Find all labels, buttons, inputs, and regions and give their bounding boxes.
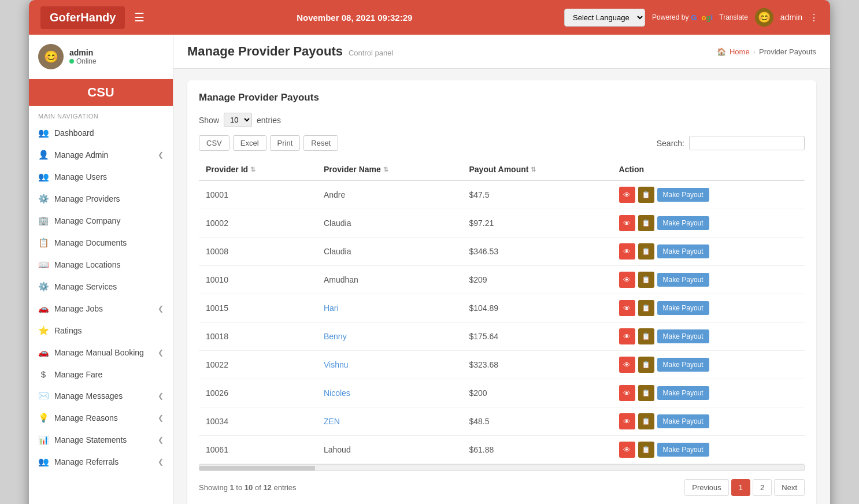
page-1-button[interactable]: 1 — [731, 479, 750, 496]
sort-icon-provider-name[interactable]: ⇅ — [383, 166, 388, 173]
details-button[interactable]: 📋 — [638, 243, 654, 260]
sort-icon-payout-amount[interactable]: ⇅ — [531, 166, 536, 173]
breadcrumb-home[interactable]: Home — [730, 47, 750, 56]
table-row: 10061Lahoud$61.88 👁 📋 Make Payout — [199, 436, 805, 464]
sidebar-item-manage-company[interactable]: 🏢 Manage Company — [29, 210, 173, 232]
cell-provider-id: 10022 — [199, 351, 317, 379]
search-input[interactable] — [689, 136, 805, 150]
language-select[interactable]: Select Language — [564, 9, 645, 27]
details-button[interactable]: 📋 — [638, 413, 654, 429]
cell-action: 👁 📋 Make Payout — [612, 266, 805, 294]
view-button[interactable]: 👁 — [619, 272, 635, 288]
make-payout-button[interactable]: Make Payout — [657, 358, 709, 372]
manage-users-icon: 👥 — [38, 172, 49, 182]
view-button[interactable]: 👁 — [619, 215, 635, 231]
manage-documents-icon: 📋 — [38, 238, 49, 248]
csu-label: CSU — [87, 85, 114, 99]
csv-button[interactable]: CSV — [199, 135, 229, 151]
manage-admin-icon: 👤 — [38, 150, 49, 160]
cell-payout-amount: $47.5 — [462, 180, 612, 209]
previous-button[interactable]: Previous — [684, 479, 729, 496]
make-payout-button[interactable]: Make Payout — [657, 443, 709, 457]
details-button[interactable]: 📋 — [638, 187, 654, 203]
sidebar-item-dashboard[interactable]: 👥 Dashboard — [29, 122, 173, 144]
sidebar-item-manage-manual-booking[interactable]: 🚗 Manage Manual Booking ❮ — [29, 342, 173, 364]
details-button[interactable]: 📋 — [638, 442, 654, 458]
sidebar-item-manage-users[interactable]: 👥 Manage Users — [29, 166, 173, 188]
table-row: 10002Claudia$97.21 👁 📋 Make Payout — [199, 209, 805, 238]
sidebar-item-manage-messages[interactable]: ✉️ Manage Messages ❮ — [29, 385, 173, 407]
next-button[interactable]: Next — [774, 479, 805, 496]
horizontal-scrollbar[interactable] — [199, 464, 805, 471]
sidebar-item-manage-providers[interactable]: ⚙️ Manage Providers — [29, 188, 173, 210]
view-button[interactable]: 👁 — [619, 385, 635, 401]
breadcrumb: 🏠 Home › Provider Payouts — [717, 47, 816, 56]
scrollbar-thumb[interactable] — [199, 466, 315, 470]
sidebar-item-ratings[interactable]: ⭐ Ratings — [29, 320, 173, 342]
sort-icon-provider-id[interactable]: ⇅ — [250, 166, 256, 173]
make-payout-button[interactable]: Make Payout — [657, 273, 709, 287]
sidebar-item-manage-jobs[interactable]: 🚗 Manage Jobs ❮ — [29, 298, 173, 320]
cell-provider-name: Claudia — [317, 209, 462, 238]
manage-company-icon: 🏢 — [38, 216, 49, 226]
details-button[interactable]: 📋 — [638, 300, 654, 316]
sidebar-item-manage-referrals[interactable]: 👥 Manage Referrals ❮ — [29, 451, 173, 473]
details-button[interactable]: 📋 — [638, 215, 654, 231]
make-payout-button[interactable]: Make Payout — [657, 301, 709, 315]
sidebar-item-manage-statements[interactable]: 📊 Manage Statements ❮ — [29, 429, 173, 451]
action-buttons: 👁 📋 Make Payout — [619, 385, 798, 401]
sidebar-item-manage-reasons[interactable]: 💡 Manage Reasons ❮ — [29, 407, 173, 429]
table-row: 10034ZEN$48.5 👁 📋 Make Payout — [199, 407, 805, 436]
make-payout-button[interactable]: Make Payout — [657, 414, 709, 428]
details-button[interactable]: 📋 — [638, 272, 654, 288]
sidebar-label-ratings: Ratings — [54, 326, 82, 335]
sidebar-label-manage-fare: Manage Fare — [54, 370, 102, 379]
make-payout-button[interactable]: Make Payout — [657, 244, 709, 258]
sidebar-label-manage-documents: Manage Documents — [54, 238, 127, 247]
details-button[interactable]: 📋 — [638, 328, 654, 344]
share-icon[interactable]: ⋮ — [809, 12, 819, 23]
action-buttons: 👁 📋 Make Payout — [619, 215, 798, 231]
sidebar-item-manage-fare[interactable]: $ Manage Fare — [29, 364, 173, 385]
chevron-reasons-icon: ❮ — [158, 414, 164, 422]
table-body: 10001Andre$47.5 👁 📋 Make Payout 10002Cla… — [199, 180, 805, 464]
entries-select[interactable]: 10 25 50 — [224, 113, 252, 127]
excel-button[interactable]: Excel — [233, 135, 266, 151]
reset-button[interactable]: Reset — [303, 135, 338, 151]
chevron-statements-icon: ❮ — [158, 436, 164, 444]
make-payout-button[interactable]: Make Payout — [657, 216, 709, 230]
view-button[interactable]: 👁 — [619, 328, 635, 344]
sidebar-label-manage-users: Manage Users — [54, 172, 107, 181]
manage-providers-icon: ⚙️ — [38, 194, 49, 204]
view-button[interactable]: 👁 — [619, 413, 635, 429]
table-row: 10018Benny$175.64 👁 📋 Make Payout — [199, 323, 805, 351]
hamburger-icon[interactable]: ☰ — [134, 10, 145, 24]
cell-action: 👁 📋 Make Payout — [612, 436, 805, 464]
cell-payout-amount: $209 — [462, 266, 612, 294]
make-payout-button[interactable]: Make Payout — [657, 386, 709, 400]
sidebar-nav: 👥 Dashboard 👤 Manage Admin ❮ 👥 Manage Us… — [29, 122, 173, 473]
print-button[interactable]: Print — [270, 135, 301, 151]
cell-action: 👁 📋 Make Payout — [612, 351, 805, 379]
view-button[interactable]: 👁 — [619, 187, 635, 203]
sidebar-item-manage-admin[interactable]: 👤 Manage Admin ❮ — [29, 144, 173, 166]
view-button[interactable]: 👁 — [619, 442, 635, 458]
sidebar-item-manage-services[interactable]: ⚙️ Manage Services — [29, 276, 173, 298]
make-payout-button[interactable]: Make Payout — [657, 329, 709, 343]
details-button[interactable]: 📋 — [638, 385, 654, 401]
make-payout-button[interactable]: Make Payout — [657, 188, 709, 202]
sidebar-label-manage-statements: Manage Statements — [54, 435, 127, 444]
sidebar-item-manage-documents[interactable]: 📋 Manage Documents — [29, 232, 173, 254]
table-row: 10022Vishnu$323.68 👁 📋 Make Payout — [199, 351, 805, 379]
details-button[interactable]: 📋 — [638, 357, 654, 373]
manage-reasons-icon: 💡 — [38, 413, 49, 423]
table-controls-top: Show 10 25 50 entries — [199, 113, 805, 127]
sidebar-label-manage-jobs: Manage Jobs — [54, 304, 103, 313]
view-button[interactable]: 👁 — [619, 243, 635, 260]
page-2-button[interactable]: 2 — [753, 479, 772, 496]
cell-action: 👁 📋 Make Payout — [612, 294, 805, 323]
view-button[interactable]: 👁 — [619, 300, 635, 316]
view-button[interactable]: 👁 — [619, 357, 635, 373]
sidebar-item-manage-locations[interactable]: 📖 Manage Locations — [29, 254, 173, 276]
card-title: Manage Provider Payouts — [199, 92, 805, 103]
